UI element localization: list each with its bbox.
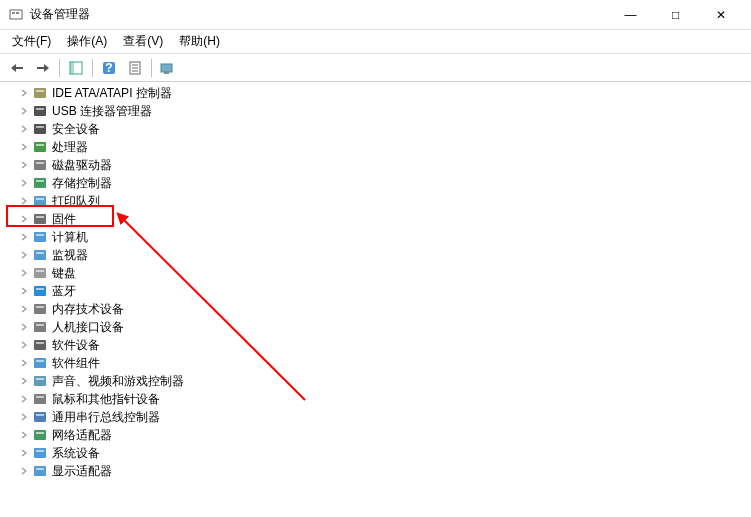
tree-item-security[interactable]: 安全设备 xyxy=(0,120,751,138)
tree-item-software-comp[interactable]: 软件组件 xyxy=(0,354,751,372)
minimize-button[interactable]: — xyxy=(608,0,653,30)
software-icon xyxy=(32,337,48,353)
show-hide-button[interactable] xyxy=(64,57,88,79)
svg-rect-53 xyxy=(34,448,46,458)
tree-item-network[interactable]: 网络适配器 xyxy=(0,426,751,444)
tree-item-print-queue[interactable]: 打印队列 xyxy=(0,192,751,210)
svg-rect-39 xyxy=(34,322,46,332)
svg-rect-20 xyxy=(36,144,44,146)
menubar: 文件(F) 操作(A) 查看(V) 帮助(H) xyxy=(0,30,751,54)
chevron-right-icon[interactable] xyxy=(18,323,30,331)
hid-icon xyxy=(32,319,48,335)
svg-rect-52 xyxy=(36,432,44,434)
chevron-right-icon[interactable] xyxy=(18,215,30,223)
svg-rect-36 xyxy=(36,288,44,290)
chevron-right-icon[interactable] xyxy=(18,107,30,115)
tree-item-label: 人机接口设备 xyxy=(52,319,124,336)
chevron-right-icon[interactable] xyxy=(18,341,30,349)
chevron-right-icon[interactable] xyxy=(18,395,30,403)
tree-item-hid[interactable]: 人机接口设备 xyxy=(0,318,751,336)
svg-rect-30 xyxy=(36,234,44,236)
chevron-right-icon[interactable] xyxy=(18,251,30,259)
tree-item-firmware[interactable]: 固件 xyxy=(0,210,751,228)
drive-icon xyxy=(32,85,48,101)
tree-item-storage[interactable]: 存储控制器 xyxy=(0,174,751,192)
toolbar: ? xyxy=(0,54,751,82)
chevron-right-icon[interactable] xyxy=(18,359,30,367)
tree-item-label: 声音、视频和游戏控制器 xyxy=(52,373,184,390)
tree-item-disk[interactable]: 磁盘驱动器 xyxy=(0,156,751,174)
menu-action[interactable]: 操作(A) xyxy=(59,31,115,52)
tree-item-label: 打印队列 xyxy=(52,193,100,210)
tree-item-label: 软件组件 xyxy=(52,355,100,372)
svg-rect-18 xyxy=(36,126,44,128)
mouse-icon xyxy=(32,391,48,407)
scan-hardware-button[interactable] xyxy=(156,57,180,79)
chevron-right-icon[interactable] xyxy=(18,287,30,295)
svg-rect-43 xyxy=(34,358,46,368)
chevron-right-icon[interactable] xyxy=(18,467,30,475)
tree-item-sound[interactable]: 声音、视频和游戏控制器 xyxy=(0,372,751,390)
svg-rect-22 xyxy=(36,162,44,164)
tree-item-usb-bus[interactable]: 通用串行总线控制器 xyxy=(0,408,751,426)
tree-item-mouse[interactable]: 鼠标和其他指针设备 xyxy=(0,390,751,408)
menu-help[interactable]: 帮助(H) xyxy=(171,31,228,52)
tree-item-monitor[interactable]: 监视器 xyxy=(0,246,751,264)
maximize-button[interactable]: □ xyxy=(653,0,698,30)
tree-item-label: 监视器 xyxy=(52,247,88,264)
svg-rect-23 xyxy=(34,178,46,188)
chevron-right-icon[interactable] xyxy=(18,197,30,205)
tree-item-software-dev[interactable]: 软件设备 xyxy=(0,336,751,354)
svg-rect-48 xyxy=(36,396,44,398)
tree-item-cpu[interactable]: 处理器 xyxy=(0,138,751,156)
device-tree[interactable]: IDE ATA/ATAPI 控制器USB 连接器管理器安全设备处理器磁盘驱动器存… xyxy=(0,82,751,482)
tree-item-usb-ctrl[interactable]: USB 连接器管理器 xyxy=(0,102,751,120)
chevron-right-icon[interactable] xyxy=(18,449,30,457)
svg-rect-21 xyxy=(34,160,46,170)
chevron-right-icon[interactable] xyxy=(18,179,30,187)
security-icon xyxy=(32,121,48,137)
chevron-right-icon[interactable] xyxy=(18,233,30,241)
chevron-right-icon[interactable] xyxy=(18,377,30,385)
properties-button[interactable] xyxy=(123,57,147,79)
svg-rect-25 xyxy=(34,196,46,206)
svg-rect-0 xyxy=(10,10,22,19)
tree-item-computer[interactable]: 计算机 xyxy=(0,228,751,246)
menu-file[interactable]: 文件(F) xyxy=(4,31,59,52)
tree-item-label: 鼠标和其他指针设备 xyxy=(52,391,160,408)
display-icon xyxy=(32,463,48,479)
chevron-right-icon[interactable] xyxy=(18,413,30,421)
chevron-right-icon[interactable] xyxy=(18,269,30,277)
tree-item-label: 键盘 xyxy=(52,265,76,282)
tree-item-label: 通用串行总线控制器 xyxy=(52,409,160,426)
chevron-right-icon[interactable] xyxy=(18,89,30,97)
toolbar-separator xyxy=(59,59,60,77)
chevron-right-icon[interactable] xyxy=(18,305,30,313)
keyboard-icon xyxy=(32,265,48,281)
tree-item-label: 蓝牙 xyxy=(52,283,76,300)
tree-item-label: 网络适配器 xyxy=(52,427,112,444)
forward-button[interactable] xyxy=(31,57,55,79)
close-button[interactable]: ✕ xyxy=(698,0,743,30)
chevron-right-icon[interactable] xyxy=(18,143,30,151)
tree-item-display[interactable]: 显示适配器 xyxy=(0,462,751,480)
chevron-right-icon[interactable] xyxy=(18,161,30,169)
chevron-right-icon[interactable] xyxy=(18,125,30,133)
tree-item-memory[interactable]: 内存技术设备 xyxy=(0,300,751,318)
svg-rect-41 xyxy=(34,340,46,350)
svg-rect-37 xyxy=(34,304,46,314)
sound-icon xyxy=(32,373,48,389)
svg-text:?: ? xyxy=(105,61,112,75)
tree-item-system[interactable]: 系统设备 xyxy=(0,444,751,462)
back-button[interactable] xyxy=(5,57,29,79)
svg-rect-55 xyxy=(34,466,46,476)
system-icon xyxy=(32,445,48,461)
menu-view[interactable]: 查看(V) xyxy=(115,31,171,52)
component-icon xyxy=(32,355,48,371)
chevron-right-icon[interactable] xyxy=(18,431,30,439)
tree-item-keyboard[interactable]: 键盘 xyxy=(0,264,751,282)
help-button[interactable]: ? xyxy=(97,57,121,79)
monitor-icon xyxy=(32,247,48,263)
tree-item-bluetooth[interactable]: 蓝牙 xyxy=(0,282,751,300)
tree-item-ide[interactable]: IDE ATA/ATAPI 控制器 xyxy=(0,84,751,102)
